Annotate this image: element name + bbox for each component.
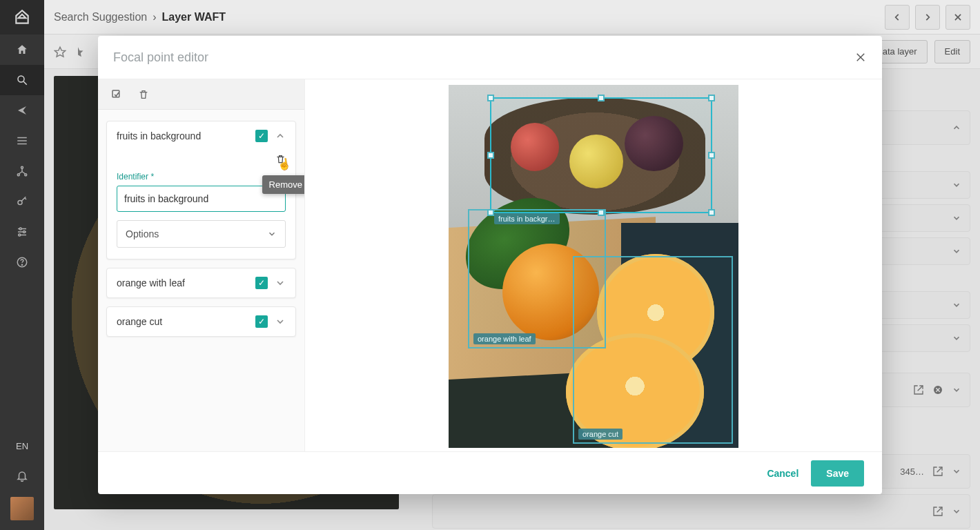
modal-footer: Cancel Save <box>98 451 882 494</box>
focal-box-orange-cut[interactable]: orange cut <box>573 256 733 444</box>
focal-point-name: fruits in background <box>117 130 248 141</box>
remove-tooltip: Remove <box>262 175 305 194</box>
sidebar-toolbar <box>98 79 304 110</box>
resize-handle[interactable] <box>708 209 715 216</box>
close-icon <box>854 51 867 63</box>
resize-handle[interactable] <box>708 95 715 101</box>
modal-close-button[interactable] <box>854 51 867 63</box>
image-canvas[interactable]: fruits in backgr… orange with leaf orang… <box>449 85 738 448</box>
modal-header: Focal point editor <box>98 36 882 79</box>
focal-box-label: orange with leaf <box>473 333 536 344</box>
focal-point-checkbox[interactable]: ✓ <box>255 315 268 328</box>
expand-icon[interactable] <box>275 277 286 288</box>
resize-handle[interactable] <box>487 95 494 101</box>
image-preview-area: fruits in backgr… orange with leaf orang… <box>305 79 882 451</box>
focal-box-label: orange cut <box>578 429 623 440</box>
resize-handle[interactable] <box>598 95 605 101</box>
cursor-pointer-icon: ☝ <box>277 156 293 171</box>
expand-icon[interactable] <box>275 316 286 327</box>
identifier-label: Identifier * <box>117 172 286 181</box>
focal-point-card: orange cut ✓ <box>106 306 296 337</box>
delete-all-icon[interactable] <box>138 88 149 101</box>
focal-point-checkbox[interactable]: ✓ <box>255 130 268 142</box>
chevron-down-icon <box>267 229 277 239</box>
focal-point-card: orange with leaf ✓ <box>106 268 296 298</box>
focal-point-checkbox[interactable]: ✓ <box>255 277 268 289</box>
modal-title: Focal point editor <box>113 50 208 65</box>
focal-point-name: orange with leaf <box>117 277 248 288</box>
options-dropdown[interactable]: Options <box>117 220 286 248</box>
identifier-input[interactable] <box>117 186 286 212</box>
resize-handle[interactable] <box>708 152 715 159</box>
resize-handle[interactable] <box>487 152 494 159</box>
focal-box-fruits-background[interactable]: fruits in backgr… <box>490 97 712 213</box>
focal-point-name: orange cut <box>117 316 248 327</box>
focal-point-editor-modal: Focal point editor fruits in background … <box>98 36 882 494</box>
add-focal-point-icon[interactable] <box>110 88 123 101</box>
save-button[interactable]: Save <box>811 460 864 487</box>
focal-point-card: fruits in background ✓ ☝ Remove Identifi… <box>106 121 296 259</box>
focal-point-sidebar: fruits in background ✓ ☝ Remove Identifi… <box>98 79 305 451</box>
options-label: Options <box>126 228 159 239</box>
cancel-button[interactable]: Cancel <box>767 468 798 479</box>
collapse-icon[interactable] <box>275 130 286 141</box>
